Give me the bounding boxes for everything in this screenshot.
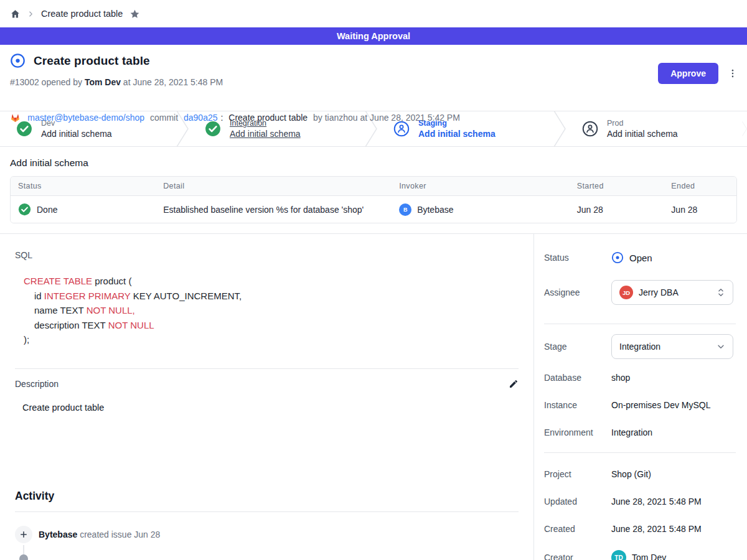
sql-code-block: CREATE TABLE product ( id INTEGER PRIMAR…: [15, 274, 519, 347]
task-status-text: Done: [37, 205, 57, 215]
commit-colon: :: [221, 113, 226, 123]
more-actions-button[interactable]: [727, 67, 738, 80]
timeline-connector: [23, 545, 24, 554]
sidebar-divider: [544, 452, 736, 453]
issue-meta-line: #13002 opened by Tom Dev at June 28, 202…: [10, 77, 737, 87]
sidebar-row-assignee: Assignee JD Jerry DBA: [544, 280, 736, 305]
status-label: Status: [544, 253, 611, 263]
sidebar-row-database: Database shop: [544, 373, 736, 383]
stage-select[interactable]: Integration: [611, 334, 733, 359]
task-done-check-icon: [18, 203, 31, 216]
breadcrumb-current-page[interactable]: Create product table: [41, 9, 123, 19]
task-invoker-name: Bytebase: [417, 205, 453, 215]
kebab-menu-icon: [727, 67, 738, 80]
activity-actor: Bytebase: [39, 530, 77, 539]
breadcrumb-chevron-icon: [27, 11, 34, 17]
invoker-avatar: B: [399, 203, 411, 216]
section-divider: [15, 368, 519, 369]
status-value: Open: [629, 253, 652, 263]
breadcrumb: Create product table: [0, 0, 747, 27]
stage-value: Integration: [619, 342, 660, 352]
project-value: Shop (Git): [611, 469, 651, 479]
activity-section: Activity Bytebase created issue Jun 28: [15, 490, 519, 560]
sql-code-line: description TEXT NOT NULL: [24, 318, 519, 333]
status-open-icon: [611, 251, 624, 264]
task-detail-text: Established baseline version %s for data…: [156, 196, 392, 223]
commit-message: Create product table: [228, 113, 308, 123]
home-button[interactable]: [10, 9, 21, 19]
chevron-down-icon: [716, 342, 725, 351]
timeline-next-avatar: [19, 554, 28, 560]
commit-hash-link[interactable]: da90a25: [184, 113, 218, 123]
description-text: Create product table: [15, 403, 519, 413]
sql-code-line: id INTEGER PRIMARY KEY AUTO_INCREMENT,: [24, 289, 519, 304]
issue-sidebar: Status Open Assignee JD Jerry DBA Stage: [533, 234, 747, 560]
assignee-value: Jerry DBA: [639, 287, 679, 297]
sql-section-label: SQL: [15, 250, 519, 260]
assignee-avatar: JD: [619, 286, 633, 299]
task-table-header-row: Status Detail Invoker Started Ended: [11, 177, 736, 196]
sidebar-row-stage: Stage Integration: [544, 334, 736, 359]
issue-open-icon: [10, 53, 26, 68]
description-label: Description: [15, 379, 59, 389]
sidebar-row-created: Created June 28, 2021 5:48 PM: [544, 524, 736, 534]
column-header-status: Status: [11, 177, 156, 196]
assignee-select[interactable]: JD Jerry DBA: [611, 280, 733, 305]
task-started-date: Jun 28: [570, 196, 664, 223]
activity-item-text: Bytebase created issue Jun 28: [39, 530, 160, 539]
star-icon: [129, 9, 140, 19]
commit-line: master@bytebase-demo/shop commit da90a25…: [10, 93, 737, 142]
instance-value: On-premises Dev MySQL: [611, 400, 710, 410]
sql-code-line: );: [24, 332, 519, 347]
task-section-title: Add initial schema: [10, 157, 737, 169]
creator-value: Tom Dev: [632, 553, 666, 560]
sidebar-row-status: Status Open: [544, 251, 736, 264]
approve-button[interactable]: Approve: [658, 63, 718, 84]
column-header-ended: Ended: [664, 177, 736, 196]
favorite-star-button[interactable]: [129, 9, 140, 19]
activity-title: Activity: [15, 490, 519, 503]
status-banner-text: Waiting Approval: [337, 31, 410, 41]
home-icon: [10, 9, 21, 19]
sidebar-row-updated: Updated June 28, 2021 5:48 PM: [544, 497, 736, 506]
sidebar-row-creator: Creator TD Tom Dev: [544, 550, 736, 560]
gitlab-icon: [10, 93, 24, 142]
section-divider: [15, 511, 519, 512]
activity-item: Bytebase created issue Jun 28: [15, 526, 519, 543]
assignee-label: Assignee: [544, 287, 611, 297]
instance-label: Instance: [544, 400, 611, 410]
updated-label: Updated: [544, 497, 611, 506]
status-banner: Waiting Approval: [0, 27, 747, 45]
database-label: Database: [544, 373, 611, 383]
updated-value: June 28, 2021 5:48 PM: [611, 497, 702, 506]
task-section: Add initial schema Status Detail Invoker…: [0, 147, 747, 233]
sidebar-row-project: Project Shop (Git): [544, 469, 736, 479]
issue-author: Tom Dev: [85, 77, 121, 87]
edit-description-button[interactable]: [509, 379, 519, 389]
creator-avatar: TD: [611, 550, 626, 560]
issue-header: Create product table Approve #13002 open…: [0, 45, 747, 111]
stage-separator-icon: [742, 111, 747, 146]
column-header-invoker: Invoker: [392, 177, 570, 196]
task-ended-date: Jun 28: [664, 196, 736, 223]
environment-label: Environment: [544, 427, 611, 437]
sidebar-row-instance: Instance On-premises Dev MySQL: [544, 400, 736, 410]
creator-label: Creator: [544, 553, 611, 560]
commit-branch-link[interactable]: master@bytebase-demo/shop: [27, 113, 144, 123]
issue-detail-panel: SQL CREATE TABLE product ( id INTEGER PR…: [0, 234, 533, 560]
select-updown-icon: [716, 287, 725, 297]
column-header-started: Started: [570, 177, 664, 196]
column-header-detail: Detail: [156, 177, 392, 196]
commit-byline: by tianzhou at June 28, 2021 5:42 PM: [311, 113, 460, 123]
created-value: June 28, 2021 5:48 PM: [611, 524, 702, 534]
created-label: Created: [544, 524, 611, 534]
commit-word: commit: [148, 113, 181, 123]
task-table: Status Detail Invoker Started Ended Done: [10, 176, 737, 223]
activity-action: created issue Jun 28: [77, 530, 160, 539]
page-title: Create product table: [34, 54, 150, 68]
issue-number-text: #13002 opened by: [10, 77, 85, 87]
issue-open-time: at June 28, 2021 5:48 PM: [121, 77, 223, 87]
environment-value: Integration: [611, 427, 652, 437]
sql-code-line: name TEXT NOT NULL,: [24, 303, 519, 318]
plus-icon: [15, 526, 32, 543]
